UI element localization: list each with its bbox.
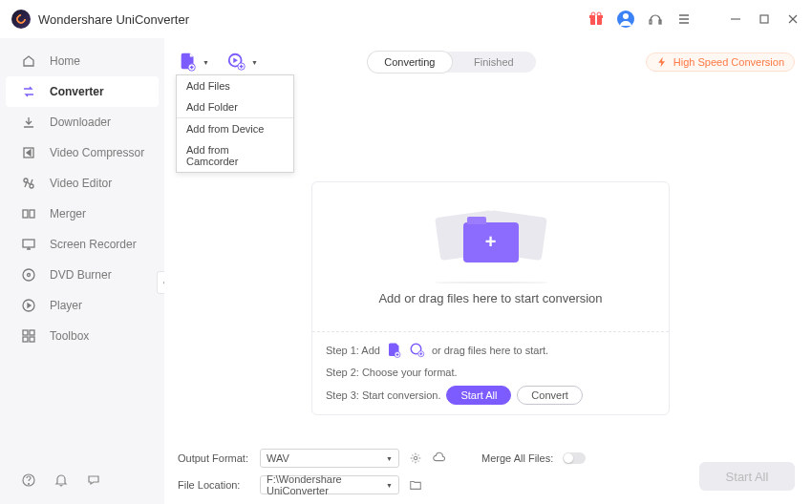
feedback-icon[interactable] — [86, 472, 101, 491]
app-logo — [11, 10, 31, 29]
drop-text: Add or drag files here to start conversi… — [378, 291, 602, 305]
main: HomeConverterDownloaderVideo CompressorV… — [0, 38, 812, 504]
dropdown-item[interactable]: Add Files — [177, 75, 293, 96]
svg-point-22 — [28, 274, 31, 277]
chevron-down-icon: ▼ — [386, 455, 393, 462]
minimize-icon[interactable] — [728, 11, 743, 27]
sidebar-item-label: DVD Burner — [50, 268, 112, 282]
step-3: Step 3: Start conversion. Start All Conv… — [326, 386, 655, 405]
headset-icon[interactable] — [648, 11, 663, 27]
svg-rect-6 — [650, 20, 652, 24]
merger-icon — [21, 206, 36, 221]
sidebar-item-player[interactable]: Player — [0, 290, 164, 321]
steps: Step 1: Add or drag files here to start.… — [312, 331, 669, 414]
svg-rect-19 — [30, 210, 34, 218]
downloader-icon — [21, 115, 36, 130]
sidebar-item-video-editor[interactable]: Video Editor — [0, 168, 164, 199]
svg-point-21 — [23, 269, 34, 281]
chevron-down-icon: ▼ — [203, 59, 209, 66]
output-format-select[interactable]: WAV ▼ — [260, 449, 399, 468]
maximize-icon[interactable] — [757, 11, 772, 27]
help-icon[interactable] — [21, 472, 36, 491]
sidebar: HomeConverterDownloaderVideo CompressorV… — [0, 38, 164, 504]
bottom-bar: Output Format: WAV ▼ Merge All Files: Fi… — [178, 437, 795, 494]
bell-icon[interactable] — [53, 472, 69, 491]
app-title: Wondershare UniConverter — [38, 12, 588, 27]
folder-plus-icon: + — [443, 209, 539, 276]
cloud-icon[interactable] — [432, 452, 445, 465]
chevron-down-icon: ▼ — [386, 482, 393, 489]
svg-point-5 — [623, 13, 629, 19]
dropdown-item[interactable]: Add from Device — [177, 117, 293, 139]
sidebar-item-dvd-burner[interactable]: DVD Burner — [0, 260, 164, 290]
toolbar: ▼ ▼ Add FilesAdd FolderAdd from DeviceAd… — [178, 48, 795, 76]
svg-rect-24 — [23, 330, 28, 335]
sidebar-item-downloader[interactable]: Downloader — [0, 107, 164, 137]
add-url-icon — [226, 52, 247, 73]
sidebar-item-converter[interactable]: Converter — [6, 76, 159, 107]
tabs: Converting Finished — [368, 52, 536, 73]
sidebar-item-toolbox[interactable]: Toolbox — [0, 321, 164, 351]
sidebar-item-label: Screen Recorder — [50, 238, 137, 251]
menu-icon[interactable] — [676, 11, 692, 27]
sidebar-item-label: Converter — [50, 85, 104, 98]
svg-point-36 — [414, 456, 417, 460]
high-speed-button[interactable]: High Speed Conversion — [646, 52, 795, 72]
sidebar-bottom — [0, 459, 164, 504]
merge-label: Merge All Files: — [481, 452, 553, 464]
sidebar-item-label: Player — [50, 299, 82, 312]
svg-rect-18 — [23, 210, 28, 218]
file-location-select[interactable]: F:\Wondershare UniConverter ▼ — [260, 475, 399, 494]
sidebar-item-label: Video Editor — [50, 177, 112, 190]
home-icon — [21, 53, 36, 69]
sidebar-item-label: Home — [50, 54, 80, 68]
svg-point-17 — [30, 184, 33, 188]
file-location-label: File Location: — [178, 479, 250, 491]
add-file-icon — [178, 52, 199, 73]
add-url-button[interactable]: ▼ — [226, 52, 258, 73]
user-icon[interactable] — [617, 10, 634, 28]
titlebar-controls — [588, 10, 801, 28]
sidebar-item-screen-recorder[interactable]: Screen Recorder — [0, 229, 164, 260]
start-all-button[interactable]: Start All — [699, 462, 795, 491]
tab-finished[interactable]: Finished — [452, 52, 536, 73]
add-file-button[interactable]: ▼ — [178, 52, 209, 73]
svg-rect-25 — [30, 330, 34, 335]
gear-icon[interactable] — [409, 452, 422, 465]
svg-rect-26 — [23, 337, 28, 342]
merge-toggle[interactable] — [563, 452, 586, 464]
sidebar-item-label: Video Compressor — [50, 146, 144, 159]
add-dropdown: Add FilesAdd FolderAdd from DeviceAdd fr… — [176, 74, 294, 173]
lightning-icon — [656, 56, 668, 68]
add-buttons: ▼ ▼ Add FilesAdd FolderAdd from DeviceAd… — [178, 52, 258, 73]
start-all-pill[interactable]: Start All — [446, 386, 511, 405]
sidebar-item-home[interactable]: Home — [0, 46, 164, 76]
gift-icon[interactable] — [588, 11, 604, 27]
svg-rect-27 — [30, 337, 34, 342]
output-format-label: Output Format: — [178, 452, 250, 464]
svg-rect-2 — [595, 15, 597, 25]
titlebar: Wondershare UniConverter — [0, 0, 812, 38]
convert-pill[interactable]: Convert — [517, 386, 583, 405]
tab-converting[interactable]: Converting — [368, 52, 452, 73]
content: ▼ ▼ Add FilesAdd FolderAdd from DeviceAd… — [164, 38, 812, 504]
drop-panel[interactable]: + Add or drag files here to start conver… — [311, 181, 670, 415]
compressor-icon — [21, 145, 36, 160]
sidebar-item-label: Downloader — [50, 116, 111, 129]
sidebar-item-video-compressor[interactable]: Video Compressor — [0, 137, 164, 168]
chevron-down-icon: ▼ — [251, 59, 258, 66]
svg-rect-12 — [760, 15, 768, 23]
close-icon[interactable] — [785, 11, 801, 27]
step-1: Step 1: Add or drag files here to start. — [326, 342, 655, 359]
sidebar-item-merger[interactable]: Merger — [0, 199, 164, 229]
folder-open-icon[interactable] — [409, 478, 422, 492]
recorder-icon — [21, 237, 36, 252]
add-file-icon[interactable] — [386, 342, 403, 359]
add-url-icon[interactable] — [409, 342, 426, 359]
drop-area[interactable]: + Add or drag files here to start conver… — [312, 182, 669, 331]
editor-icon — [21, 176, 36, 191]
sidebar-item-label: Merger — [50, 207, 86, 220]
dropdown-item[interactable]: Add from Camcorder — [177, 139, 293, 172]
dropdown-item[interactable]: Add Folder — [177, 96, 293, 117]
svg-point-29 — [29, 484, 30, 485]
